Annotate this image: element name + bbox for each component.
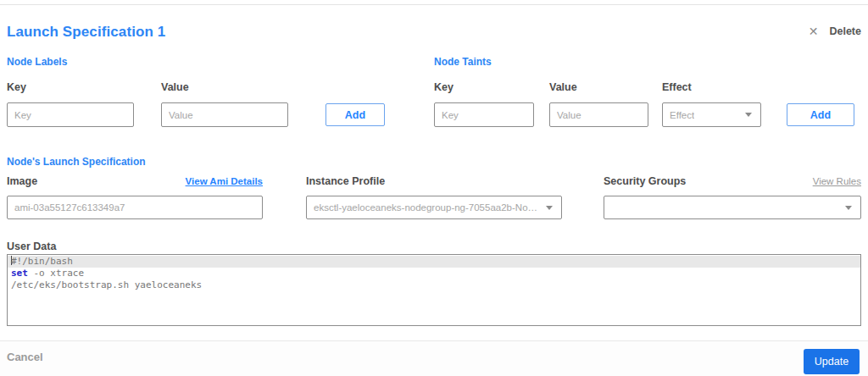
security-groups-label: Security Groups (604, 175, 686, 187)
node-labels-section-title: Node Labels (7, 56, 67, 68)
code-line-2: set -o xtrace (8, 268, 860, 279)
user-data-editor[interactable]: #!/bin/bash set -o xtrace /etc/eks/boots… (7, 254, 861, 326)
node-labels-key-input[interactable] (7, 102, 134, 127)
view-ami-details-link[interactable]: View Ami Details (186, 176, 263, 186)
footer-bar (0, 341, 868, 376)
delete-label: Delete (829, 25, 861, 37)
image-input[interactable] (7, 196, 263, 219)
node-labels-key-label: Key (7, 81, 26, 93)
top-divider (0, 4, 868, 5)
node-labels-value-label: Value (161, 81, 189, 93)
node-taints-section-title: Node Taints (434, 56, 492, 68)
code-line-3: /etc/eks/bootstrap.sh yaeloceaneks (8, 279, 860, 291)
node-taints-value-label: Value (549, 81, 577, 93)
cancel-button[interactable]: Cancel (7, 351, 43, 363)
footer-divider (0, 340, 868, 341)
effect-select-placeholder: Effect (670, 110, 694, 120)
launch-spec-section-title: Node's Launch Specification (7, 156, 146, 168)
view-rules-link[interactable]: View Rules (813, 176, 861, 186)
chevron-down-icon (745, 113, 752, 117)
update-button[interactable]: Update (804, 349, 860, 374)
node-taints-key-label: Key (434, 81, 453, 93)
node-labels-add-button[interactable]: Add (326, 103, 385, 126)
node-labels-value-input[interactable] (161, 102, 288, 127)
node-taints-effect-label: Effect (662, 81, 692, 93)
instance-profile-label: Instance Profile (306, 175, 385, 187)
user-data-label: User Data (7, 241, 56, 252)
instance-profile-select[interactable]: eksctl-yaeloceaneks-nodegroup-ng-7055aa2… (306, 196, 562, 219)
chevron-down-icon (546, 206, 553, 210)
code-line-1: #!/bin/bash (8, 256, 860, 268)
image-label: Image (7, 175, 37, 187)
launch-specification-panel: Launch Specification 1 ✕ Delete Node Lab… (0, 0, 868, 376)
node-taints-value-input[interactable] (549, 102, 648, 127)
node-taints-add-button[interactable]: Add (787, 103, 854, 126)
node-taints-key-input[interactable] (434, 102, 534, 127)
instance-profile-value: eksctl-yaeloceaneks-nodegroup-ng-7055aa2… (314, 202, 541, 213)
delete-button[interactable]: ✕ Delete (809, 25, 861, 37)
security-groups-select[interactable] (604, 196, 861, 219)
page-title: Launch Specification 1 (7, 24, 165, 41)
node-taints-effect-select[interactable]: Effect (662, 102, 761, 127)
chevron-down-icon (845, 206, 852, 210)
close-icon[interactable]: ✕ (809, 25, 819, 37)
